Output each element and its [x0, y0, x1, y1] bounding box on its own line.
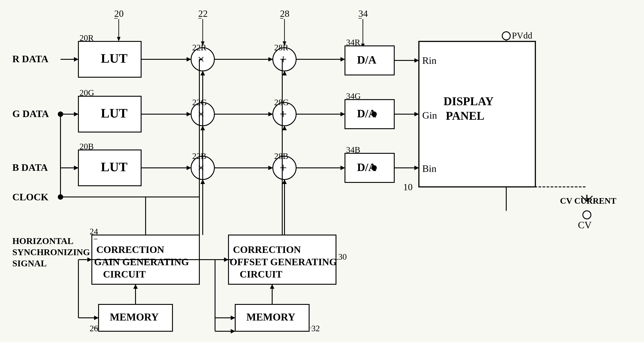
gin-label: Gin	[422, 110, 437, 121]
ref-20: 20	[114, 8, 124, 19]
lut-20g-label: LUT	[101, 106, 128, 120]
mult-22b-symbol: ×	[198, 161, 204, 175]
r-data-label: R DATA	[12, 53, 48, 64]
ref-26: 26	[90, 324, 98, 333]
ref-34: 34	[358, 8, 368, 19]
bin-label: Bin	[422, 163, 436, 174]
ref-28r: 28R	[274, 43, 288, 52]
ref-10: 10	[403, 182, 412, 192]
correction-offset-label1: CORRECTION	[233, 244, 301, 255]
b-data-label: B DATA	[12, 162, 48, 173]
circuit-diagram: 20 22 28 34 LUT 20R LUT 20G LUT 20B × 22…	[0, 0, 644, 342]
svg-point-53	[372, 165, 377, 171]
ref-34b: 34B	[346, 145, 360, 154]
ref-22: 22	[198, 8, 208, 19]
rin-label: Rin	[422, 55, 436, 66]
horiz-sync-label2: SYNCHRONIZING	[12, 247, 90, 257]
ref-32: 32	[311, 324, 320, 333]
correction-offset-label2: OFFSET GENERATING	[230, 257, 337, 268]
ref-34g: 34G	[346, 91, 361, 101]
lut-20b-label: LUT	[101, 160, 128, 174]
cv-label: CV	[578, 220, 592, 231]
add-28b-symbol: +	[280, 160, 287, 175]
memory-32-label: MEMORY	[246, 311, 295, 323]
ref-24: 24	[90, 227, 98, 236]
memory-26-label: MEMORY	[110, 311, 158, 323]
correction-gain-label3: CIRCUIT	[103, 269, 146, 280]
ref-28: 28	[280, 8, 290, 19]
ref-20b: 20B	[80, 142, 94, 151]
g-data-label: G DATA	[12, 108, 49, 119]
display-panel-label1: DISPLAY	[444, 95, 494, 108]
horiz-sync-label3: SIGNAL	[12, 258, 46, 268]
mult-22g-symbol: ×	[198, 107, 204, 121]
da-34r-label: D/A	[357, 53, 376, 66]
correction-gain-label1: CORRECTION	[96, 244, 164, 255]
correction-gain-label2: GAIN GENERATING	[94, 257, 189, 268]
pvdd-label: PVdd	[512, 30, 532, 40]
ref-30: 30	[338, 252, 347, 261]
add-28g-symbol: +	[280, 107, 287, 121]
ref-22r: 22R	[192, 43, 206, 52]
correction-offset-label3: CIRCUIT	[240, 269, 282, 280]
display-panel-label2: PANEL	[446, 109, 484, 122]
pvdd-circle	[502, 32, 510, 40]
horiz-sync-label1: HORIZONTAL	[12, 236, 74, 246]
ref-20g: 20G	[80, 88, 94, 97]
cv-circle	[583, 211, 591, 219]
ref-28b: 28B	[274, 151, 288, 161]
clock-label: CLOCK	[12, 192, 48, 203]
svg-point-52	[372, 111, 377, 117]
ref-28g: 28G	[274, 98, 289, 107]
ref-20r: 20R	[80, 33, 94, 42]
lut-20r-label: LUT	[101, 51, 128, 66]
ref-34r: 34R	[346, 38, 360, 47]
